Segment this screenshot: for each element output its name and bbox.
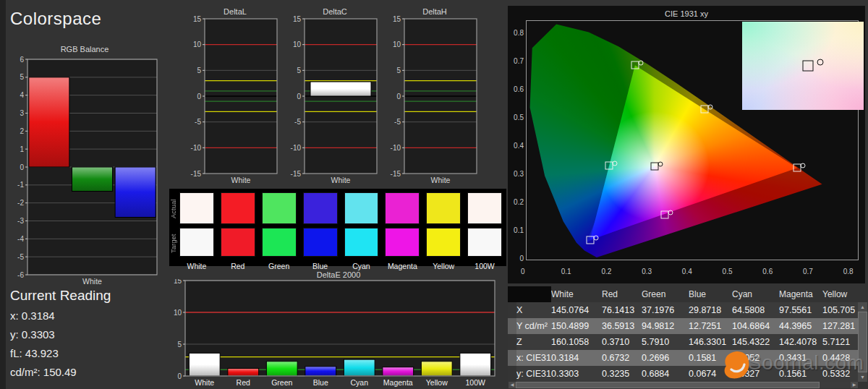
- category-label: Blue: [313, 378, 328, 387]
- delta-e-2000-chart: DeltaE 2000 151050WhiteRedGreenBlueCyanM…: [171, 270, 506, 388]
- category-label: Cyan: [350, 378, 368, 387]
- y-tick-label: 0: [197, 93, 201, 101]
- y-tick-label: -10: [191, 144, 202, 152]
- table-row[interactable]: Y cd/m²150.489936.591394.981212.7251104.…: [508, 318, 858, 334]
- current-reading-panel: Current Reading x: 0.3184 y: 0.3303 fL: …: [10, 288, 162, 385]
- cie-actual-green: [638, 61, 643, 66]
- cie-actual-magenta: [668, 210, 673, 215]
- row-gutter: [508, 302, 516, 318]
- table-cell: 0.6732: [602, 350, 642, 366]
- bar-100w: [460, 353, 491, 376]
- table-cell: 76.1413: [602, 302, 642, 318]
- y-tick-label: 5: [197, 67, 201, 74]
- y-tick-label: 5: [177, 341, 182, 349]
- delta-l-title: DeltaL: [184, 7, 286, 16]
- bar-white: [189, 353, 220, 376]
- x-axis-label: White: [231, 176, 251, 184]
- cie-actual-cyan: [613, 161, 618, 166]
- table-row[interactable]: X145.076476.141337.197629.871864.580897.…: [508, 302, 858, 318]
- cie-actual-blue: [593, 235, 598, 240]
- y-tick-label: 10: [393, 40, 401, 48]
- category-label: Red: [237, 378, 250, 387]
- table-row[interactable]: Z160.10580.37105.7910146.3301145.4322142…: [508, 334, 858, 350]
- scroll-up-icon[interactable]: ▲: [858, 302, 867, 312]
- y-tick-label: 15: [293, 16, 302, 23]
- table-cell: 145.0764: [551, 302, 602, 318]
- cie-y-tick-label: 0.3: [514, 170, 524, 178]
- cie-y-tick-label: 0.7: [514, 57, 524, 65]
- y-tick-label: 5: [297, 67, 301, 74]
- swatch-target: [303, 228, 338, 257]
- table-cell: 0.1561: [779, 366, 822, 382]
- cie-actual-white: [658, 161, 663, 166]
- bar-magenta: [383, 367, 414, 376]
- table-cell: 146.3301: [689, 334, 732, 350]
- bar-cyan: [344, 359, 375, 376]
- current-reading-title: Current Reading: [10, 288, 162, 304]
- table-cell: 29.8718: [689, 302, 732, 318]
- delta-h-chart: DeltaH 151050-5-10-15White: [384, 7, 485, 189]
- row-label: y: CIE31: [516, 366, 551, 382]
- swatch-row-label-target: Target: [169, 229, 179, 258]
- y-tick-label: 10: [174, 309, 182, 317]
- swatch-row-label-actual: Actual: [169, 193, 179, 225]
- y-tick-label: 10: [293, 40, 302, 48]
- cie-y-tick-label: 0.4: [514, 142, 524, 150]
- cie-x-tick-label: 0: [521, 268, 525, 275]
- table-cell: 0.5332: [822, 366, 858, 382]
- x-axis-label: White: [331, 176, 351, 184]
- cie-x-tick-label: 0.7: [803, 268, 813, 275]
- category-label: Magenta: [383, 378, 413, 387]
- column-header: Magenta: [779, 286, 822, 302]
- y-tick-label: 3: [20, 109, 24, 117]
- row-gutter: [508, 318, 516, 334]
- row-gutter: [508, 350, 516, 366]
- row-label: X: [516, 302, 551, 318]
- page-title: Colorspace: [10, 9, 101, 29]
- table-row[interactable]: y: CIE310.33030.32350.68840.06740.33270.…: [508, 366, 858, 382]
- category-label: 100W: [466, 378, 486, 387]
- table-cell: 105.705: [822, 302, 858, 318]
- vertical-scroll-thumb[interactable]: [858, 312, 867, 372]
- category-label: White: [195, 378, 214, 387]
- table-cell: 64.5808: [732, 302, 779, 318]
- swatch-actual: [385, 192, 420, 224]
- row-gutter: [508, 366, 516, 382]
- inset-actual-marker: [817, 59, 823, 66]
- cie-x-tick-label: 0.3: [642, 268, 652, 275]
- cie-x-tick-label: 0.8: [843, 268, 854, 275]
- scroll-left-icon[interactable]: ◀: [509, 382, 516, 388]
- y-tick-label: 15: [393, 16, 401, 23]
- table-cell: 160.1058: [551, 334, 602, 350]
- table-cell: 0.0674: [689, 366, 732, 382]
- table-cell: 0.2052: [732, 350, 779, 366]
- table-vertical-scrollbar[interactable]: ▲ ▼: [858, 302, 867, 382]
- scroll-right-icon[interactable]: ▶: [851, 382, 858, 388]
- y-tick-label: -5: [294, 118, 301, 126]
- cie-y-tick-label: 0: [519, 255, 524, 262]
- scroll-down-icon[interactable]: ▼: [858, 372, 867, 382]
- scroll-track[interactable]: [820, 382, 851, 388]
- cie-1931-chart: CIE 1931 xy 00.10.20.30.40.50.60.70.80.8…: [508, 6, 865, 283]
- table-cell: 150.4899: [551, 318, 602, 334]
- cie-x-tick-label: 0.2: [601, 268, 611, 275]
- table-cell: 142.4078: [779, 334, 822, 350]
- column-header: [516, 286, 551, 302]
- reading-cdm2: cd/m²: 150.49: [10, 366, 162, 378]
- table-row[interactable]: x: CIE310.31840.67320.26960.15810.20520.…: [508, 350, 858, 366]
- horizontal-scroll-thumb[interactable]: [516, 382, 820, 388]
- cie-title: CIE 1931 xy: [508, 9, 865, 18]
- cie-y-tick-label: 0.8: [514, 29, 524, 37]
- cie-y-tick-label: 0.5: [514, 114, 524, 121]
- table-horizontal-scrollbar[interactable]: ◀ ▶: [509, 382, 858, 388]
- swatch-grid: WhiteRedGreenBlueCyanMagentaYellow100W: [179, 192, 502, 265]
- delta-e-2000-plot: 151050WhiteRedGreenBlueCyanMagentaYellow…: [171, 279, 506, 388]
- column-header: Green: [642, 286, 689, 302]
- swatch-actual: [303, 192, 338, 224]
- bar-blue: [305, 367, 336, 376]
- table-cell: 12.7251: [689, 318, 732, 334]
- window-edge: [0, 0, 6, 389]
- delta-c-title: DeltaC: [284, 7, 386, 16]
- y-tick-label: -5: [195, 118, 201, 126]
- column-header: Cyan: [732, 286, 779, 302]
